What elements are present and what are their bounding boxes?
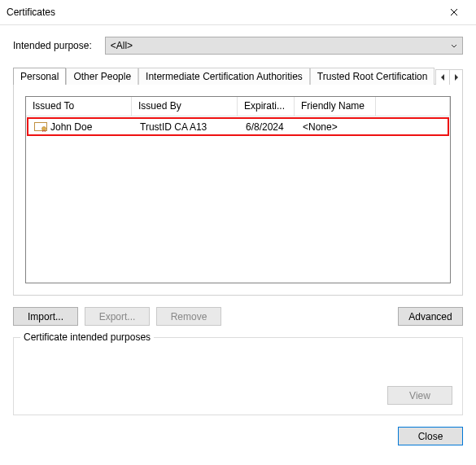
col-friendly-name[interactable]: Friendly Name <box>295 97 376 116</box>
certificate-listview[interactable]: Issued To Issued By Expirati... Friendly… <box>25 96 451 283</box>
tab-scroll-left[interactable] <box>436 70 449 85</box>
table-row[interactable]: John Doe TrustID CA A13 6/8/2024 <None> <box>28 118 448 135</box>
intended-purpose-row: Intended purpose: <All> <box>13 37 463 55</box>
tab-scroll-right[interactable] <box>449 70 462 85</box>
export-button[interactable]: Export... <box>85 307 150 326</box>
cell-friendly-name: <None> <box>296 121 378 133</box>
tab-trusted-root[interactable]: Trusted Root Certification <box>310 68 435 85</box>
intended-purposes-group: Certificate intended purposes View <box>13 337 463 415</box>
tab-strip: Personal Other People Intermediate Certi… <box>13 66 463 84</box>
cell-issued-by: TrustID CA A13 <box>133 121 239 133</box>
triangle-left-icon <box>440 74 445 81</box>
col-spacer <box>376 97 450 116</box>
cell-expiration: 6/8/2024 <box>239 121 296 133</box>
certificate-icon <box>34 122 47 132</box>
tab-scroll-arrows <box>435 69 463 85</box>
button-row: Import... Export... Remove Advanced <box>13 307 463 326</box>
svg-point-1 <box>42 126 46 130</box>
triangle-right-icon <box>454 74 459 81</box>
dialog-footer: Close <box>0 415 476 457</box>
intended-purpose-label: Intended purpose: <box>13 40 92 51</box>
tab-intermediate-ca[interactable]: Intermediate Certification Authorities <box>138 68 310 85</box>
view-button[interactable]: View <box>387 386 452 405</box>
group-legend: Certificate intended purposes <box>20 331 154 343</box>
tab-other-people[interactable]: Other People <box>66 68 138 85</box>
tab-personal[interactable]: Personal <box>13 68 66 85</box>
remove-button[interactable]: Remove <box>156 307 221 326</box>
col-issued-by[interactable]: Issued By <box>132 97 238 116</box>
col-issued-to[interactable]: Issued To <box>26 97 132 116</box>
import-button[interactable]: Import... <box>13 307 78 326</box>
window-title: Certificates <box>7 7 55 18</box>
listview-body: John Doe TrustID CA A13 6/8/2024 <None> <box>26 116 450 283</box>
col-expiration[interactable]: Expirati... <box>238 97 295 116</box>
chevron-down-icon <box>451 40 457 51</box>
intended-purpose-value: <All> <box>111 40 133 51</box>
close-window-button[interactable] <box>439 2 469 23</box>
intended-purpose-dropdown[interactable]: <All> <box>105 37 463 55</box>
close-button[interactable]: Close <box>398 427 463 445</box>
tab-panel: Issued To Issued By Expirati... Friendly… <box>13 84 463 296</box>
advanced-button[interactable]: Advanced <box>398 307 463 326</box>
close-icon <box>450 8 458 16</box>
cell-issued-to: John Doe <box>28 121 133 133</box>
listview-header: Issued To Issued By Expirati... Friendly… <box>26 97 450 116</box>
titlebar: Certificates <box>0 0 476 24</box>
